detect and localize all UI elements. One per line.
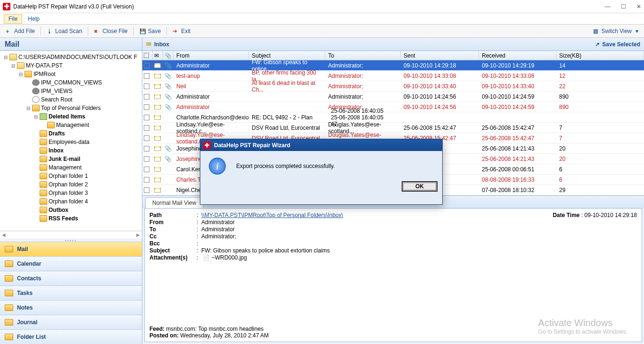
col-sent[interactable]: Sent [401, 51, 479, 60]
export-complete-dialog: ✚ DataHelp PST Repair Wizard i Export pr… [200, 139, 443, 205]
path-link[interactable]: \\MY-DATA.PST\IPMRoot\Top of Personal Fo… [201, 212, 343, 218]
mail-row[interactable]: 📎NeilAt least 6 dead in blast at Ch...Ad… [142, 81, 644, 92]
left-header: Mail [0, 38, 142, 51]
grid-header: ✉ 📎 From Subject To Sent Received Size(K… [142, 51, 644, 60]
tree-scrollbar[interactable]: ◄► [0, 231, 142, 238]
plus-icon [6, 28, 12, 34]
dialog-message: Export process completed successfully. [236, 163, 335, 169]
tree-node[interactable]: Junk E-mail [1, 155, 141, 163]
save-button[interactable]: Save [137, 26, 164, 36]
nav-notes[interactable]: Notes [0, 300, 142, 315]
app-icon: ✚ [3, 3, 10, 10]
envelope-icon [146, 41, 151, 48]
col-received[interactable]: Received [479, 51, 556, 60]
nav-buttons: MailCalendarContactsTasksNotesJournalFol… [0, 242, 142, 344]
maximize-button[interactable]: ☐ [621, 3, 626, 10]
save-icon [140, 28, 146, 34]
switch-view-button[interactable]: Switch View▾ [590, 26, 641, 36]
from-value: Administrator [201, 219, 637, 226]
load-scan-button[interactable]: Load Scan [44, 26, 85, 36]
window-title: DataHelp PST Repair Wizard v3.0 (Full Ve… [13, 3, 134, 10]
left-panel: Mail ⊟C:\USERS\ADMIN\DOCUMENTS\OUTLOOK F… [0, 38, 142, 344]
close-icon [94, 28, 100, 34]
col-to[interactable]: To [325, 51, 401, 60]
attachment-value: 📄 ~WRD000.jpg [201, 254, 637, 261]
tree-node[interactable]: Orphan folder 1 [1, 172, 141, 180]
chevron-down-icon: ▾ [636, 28, 638, 34]
cc-label: Cc [149, 233, 197, 240]
tree-node[interactable]: ⊟C:\USERS\ADMIN\DOCUMENTS\OUTLOOK F [1, 53, 141, 61]
preview-pane: Normal Mail View Path:\\MY-DATA.PST\IPMR… [142, 195, 644, 344]
tree-node[interactable]: Management [1, 121, 141, 129]
splitter-grip[interactable]: ••••• [0, 238, 142, 242]
col-envelope[interactable]: ✉ [153, 51, 163, 60]
nav-journal[interactable]: Journal [0, 315, 142, 329]
subject-value: FW: Gibson speaks to police about extort… [201, 247, 637, 254]
mail-row[interactable]: 📎test-anupBP, other firms facing 300 la.… [142, 71, 644, 81]
col-checkbox[interactable] [142, 51, 153, 60]
tree-node[interactable]: Management [1, 163, 141, 172]
nav-mail[interactable]: Mail [0, 242, 142, 256]
download-icon [47, 28, 53, 34]
close-file-button[interactable]: Close File [91, 26, 130, 36]
path-label: Path [149, 212, 197, 218]
bcc-label: Bcc [149, 240, 197, 247]
close-window-button[interactable]: ✕ [636, 3, 641, 10]
tree-node[interactable]: Orphan folder 2 [1, 180, 141, 189]
tree-node[interactable]: Orphan folder 4 [1, 197, 141, 206]
nav-folder-list[interactable]: Folder List [0, 329, 142, 344]
col-size[interactable]: Size(KB) [556, 51, 644, 60]
from-label: From [149, 219, 197, 226]
ok-button[interactable]: OK [402, 181, 438, 192]
exit-button[interactable]: Exit [170, 26, 193, 36]
subject-label: Subject [149, 247, 197, 254]
cc-value: Administrator; [201, 233, 637, 240]
exit-icon [173, 28, 179, 34]
col-attachment[interactable]: 📎 [163, 51, 173, 60]
feed-info: Feed: msnbc.com: Top msnbc.com headlines… [149, 326, 269, 339]
bcc-value [201, 240, 637, 247]
menu-file[interactable]: File [4, 14, 22, 24]
grid-icon [593, 28, 600, 34]
menu-bar: File Help [0, 13, 644, 25]
nav-tasks[interactable]: Tasks [0, 285, 142, 300]
to-value: Administrator [201, 226, 637, 233]
minimize-button[interactable]: — [605, 3, 611, 10]
nav-calendar[interactable]: Calendar [0, 256, 142, 271]
tree-node[interactable]: ⊟MY-DATA.PST [1, 61, 141, 70]
save-selected-button[interactable]: Save Selected [595, 41, 640, 48]
dialog-title: DataHelp PST Repair Wizard [214, 142, 290, 149]
tree-node[interactable]: Drafts [1, 129, 141, 138]
tree-node[interactable]: RSS Feeds [1, 214, 141, 223]
datetime-value: 09-10-2010 14:29:18 [585, 212, 637, 218]
col-from[interactable]: From [173, 51, 249, 60]
menu-help[interactable]: Help [23, 14, 44, 24]
info-icon: i [209, 158, 226, 175]
folder-tree[interactable]: ⊟C:\USERS\ADMIN\DOCUMENTS\OUTLOOK F⊟MY-D… [0, 51, 142, 231]
tree-node[interactable]: ⊟Top of Personal Folders [1, 104, 141, 112]
toolbar: Add File Load Scan Close File Save Exit … [0, 25, 644, 38]
attachment-label: Attachment(s) [149, 254, 197, 261]
tree-node[interactable]: ⊟IPMRoot [1, 70, 141, 78]
mail-row[interactable]: 📎AdministratorFW: Gibson speaks to polic… [142, 60, 644, 71]
title-bar: ✚ DataHelp PST Repair Wizard v3.0 (Full … [0, 0, 644, 13]
nav-contacts[interactable]: Contacts [0, 271, 142, 285]
tree-node[interactable]: Inbox [1, 146, 141, 155]
dialog-title-bar[interactable]: ✚ DataHelp PST Repair Wizard [200, 139, 442, 151]
tree-node[interactable]: Orphan folder 3 [1, 189, 141, 197]
to-label: To [149, 226, 197, 233]
mail-row[interactable]: 📎AdministratorAdministrator;09-10-2010 1… [142, 92, 644, 102]
export-icon [595, 41, 600, 48]
windows-watermark: Activate Windows Go to Settings to activ… [538, 318, 627, 335]
tab-normal-view[interactable]: Normal Mail View [145, 197, 203, 208]
tree-node[interactable]: IPM_VIEWS [1, 87, 141, 95]
tree-node[interactable]: ⊟Deleted Items [1, 112, 141, 121]
datetime-label: Date Time [553, 212, 579, 218]
dialog-app-icon: ✚ [203, 142, 211, 149]
tree-node[interactable]: Search Root [1, 95, 141, 104]
tree-node[interactable]: IPM_COMMON_VIEWS [1, 78, 141, 87]
tree-node[interactable]: Outbox [1, 206, 141, 214]
add-file-button[interactable]: Add File [3, 26, 38, 36]
inbox-title: Inbox [146, 41, 169, 48]
tree-node[interactable]: Employees-data [1, 138, 141, 146]
